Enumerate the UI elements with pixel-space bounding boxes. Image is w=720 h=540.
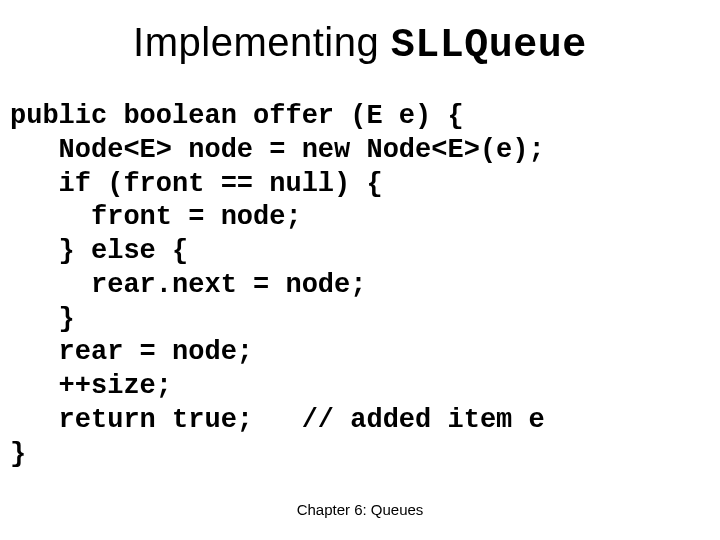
title-classname: SLLQueue [391, 23, 587, 68]
title-prefix: Implementing [133, 20, 391, 64]
code-block: public boolean offer (E e) { Node<E> nod… [10, 100, 710, 471]
footer-text: Chapter 6: Queues [0, 501, 720, 518]
slide-title: Implementing SLLQueue [0, 20, 720, 68]
slide: Implementing SLLQueue public boolean off… [0, 0, 720, 540]
